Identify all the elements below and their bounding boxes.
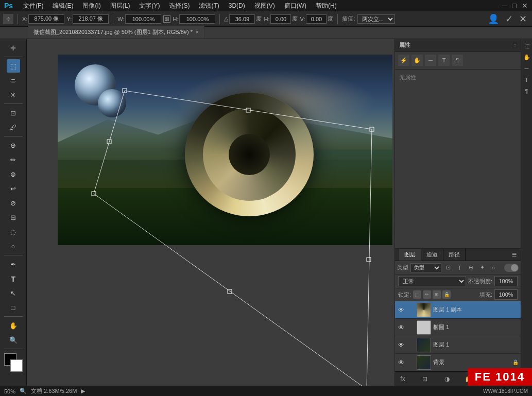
layer-item-1[interactable]: 👁 椭圆 1 (395, 319, 521, 336)
fill-label: 填充: (479, 291, 492, 299)
lock-all-icon[interactable]: 🔒 (442, 290, 451, 299)
window-close[interactable]: ✕ (520, 2, 530, 10)
filter-icon-3[interactable]: ⊕ (466, 263, 475, 272)
layers-tab[interactable]: 图层 (399, 249, 421, 261)
menu-3d[interactable]: 3D(D) (225, 1, 249, 10)
prop-icon-2[interactable]: ✋ (411, 55, 423, 66)
filter-type-select[interactable]: 类型 (410, 263, 441, 272)
cancel-icon[interactable]: ✕ (519, 13, 527, 25)
move-tool[interactable]: ✛ (7, 41, 20, 55)
document-tab[interactable]: 微信截图_20210820133717.jpg @ 50% (图层1 副本, R… (28, 26, 204, 39)
watermark-code: FE 1014 (468, 368, 532, 386)
menu-file[interactable]: 文件(F) (19, 1, 47, 11)
background-color[interactable] (10, 359, 23, 372)
menu-image[interactable]: 图像(I) (78, 1, 105, 11)
properties-menu-icon[interactable]: ≡ (513, 42, 517, 48)
eye-icon-0[interactable]: 👁 (397, 306, 405, 314)
side-icon-4[interactable]: T (522, 75, 531, 84)
filter-icon-1[interactable]: ⊡ (443, 263, 453, 272)
menu-edit[interactable]: 编辑(E) (48, 1, 77, 11)
lock-artboard-icon[interactable]: ⊞ (433, 290, 441, 299)
prop-icon-3[interactable]: ─ (425, 55, 436, 66)
y-input[interactable] (73, 14, 109, 24)
channels-tab[interactable]: 通道 (421, 249, 443, 261)
zoom-tool[interactable]: 🔍 (7, 333, 20, 347)
person-icon[interactable]: 👤 (488, 13, 499, 25)
angle-input[interactable] (229, 14, 255, 24)
spot-heal-tool[interactable]: ⊕ (7, 139, 20, 152)
shape-tool[interactable]: □ (7, 301, 20, 314)
history-brush-tool[interactable]: ↩ (7, 182, 20, 195)
check-icon[interactable]: ✓ (505, 13, 513, 25)
paths-tab[interactable]: 路径 (443, 249, 466, 261)
w-input[interactable] (125, 14, 161, 24)
layer-item-2[interactable]: 👁 图层 1 (395, 336, 521, 354)
layer-chain-2 (407, 341, 415, 349)
blend-mode-select[interactable]: 正常 (398, 276, 466, 286)
window-maximize[interactable]: □ (510, 2, 519, 10)
layer-chain-0 (407, 306, 415, 314)
menu-window[interactable]: 窗口(W) (280, 1, 311, 11)
eye-icon-3[interactable]: 👁 (397, 358, 405, 367)
side-icon-5[interactable]: ¶ (522, 87, 531, 96)
layer-name-3: 背景 (433, 358, 510, 366)
menu-select[interactable]: 选择(S) (165, 1, 194, 11)
brush-tool[interactable]: ✏ (7, 153, 20, 166)
filter-icon-5[interactable]: ○ (489, 263, 498, 272)
layer-item-0[interactable]: 👁 图层 1 副本 (395, 301, 521, 319)
canvas-area[interactable] (27, 39, 394, 386)
fill-input[interactable] (494, 289, 518, 300)
tab-close-button[interactable]: × (196, 29, 199, 35)
menu-text[interactable]: 文字(Y) (135, 1, 164, 11)
layer-adjust-icon[interactable]: ◑ (442, 374, 452, 384)
lock-position-icon[interactable]: ✏ (423, 290, 431, 299)
filter-toggle[interactable] (504, 264, 519, 272)
layer-fx-icon[interactable]: fx (398, 374, 407, 384)
side-icon-1[interactable]: ⬚ (522, 41, 531, 50)
filter-icon-4[interactable]: ✦ (477, 263, 487, 272)
dodge-tool[interactable]: ○ (7, 239, 20, 253)
v-skew-input[interactable] (306, 14, 327, 24)
eyedropper-tool[interactable]: 🖊 (7, 120, 20, 134)
link-chain-icon[interactable]: ⛓ (163, 15, 170, 23)
opacity-input[interactable] (494, 276, 518, 286)
gradient-tool[interactable]: ⊟ (7, 211, 20, 224)
eraser-tool[interactable]: ⊘ (7, 196, 20, 210)
arrow-icon[interactable]: ▶ (81, 388, 85, 394)
blur-tool[interactable]: ◌ (7, 225, 20, 238)
menu-view[interactable]: 视图(V) (250, 1, 279, 11)
layer-mask-icon[interactable]: ⊡ (420, 374, 430, 384)
text-tool[interactable]: T (7, 272, 20, 285)
pen-tool[interactable]: ✒ (7, 257, 20, 271)
menu-layer[interactable]: 图层(L) (106, 1, 134, 11)
h-input[interactable] (179, 14, 215, 24)
h-skew-input[interactable] (270, 14, 291, 24)
filter-icon-2[interactable]: T (455, 263, 464, 272)
interp-select[interactable]: 两次立... (357, 14, 395, 24)
side-icon-2[interactable]: ✋ (522, 53, 531, 62)
selection-tool[interactable]: ⬚ (7, 59, 20, 73)
lasso-tool[interactable]: ⌯ (7, 74, 20, 87)
clone-tool[interactable]: ⊚ (7, 167, 20, 181)
prop-icon-1[interactable]: ⚡ (398, 55, 409, 66)
color-boxes[interactable] (4, 353, 23, 372)
prop-icon-5[interactable]: ¶ (452, 55, 463, 66)
x-input[interactable] (28, 14, 64, 24)
menu-filter[interactable]: 滤镜(T) (195, 1, 223, 11)
status-bar: 50% 🔍 文档:2.63M/5.26M ▶ WWW.1818IP.COM (0, 386, 532, 396)
prop-icon-4[interactable]: T (438, 55, 450, 66)
tab-label: 微信截图_20210820133717.jpg @ 50% (图层1 副本, R… (33, 28, 193, 36)
properties-icons: ≡ (513, 42, 517, 48)
menu-help[interactable]: 帮助(H) (312, 1, 341, 11)
eye-icon-2[interactable]: 👁 (397, 341, 405, 349)
hand-tool[interactable]: ✋ (7, 319, 20, 332)
lock-pixel-icon[interactable]: ⬚ (413, 290, 421, 299)
crop-tool[interactable]: ⊡ (7, 106, 20, 119)
magic-wand-tool[interactable]: ✳ (7, 88, 20, 101)
path-select-tool[interactable]: ↖ (7, 286, 20, 300)
side-icon-3[interactable]: ─ (522, 64, 531, 73)
window-minimize[interactable]: ─ (500, 2, 509, 10)
eye-icon-1[interactable]: 👁 (397, 323, 405, 332)
angle-icon: △ (224, 15, 228, 22)
layers-menu-icon[interactable]: ≡ (512, 250, 517, 260)
